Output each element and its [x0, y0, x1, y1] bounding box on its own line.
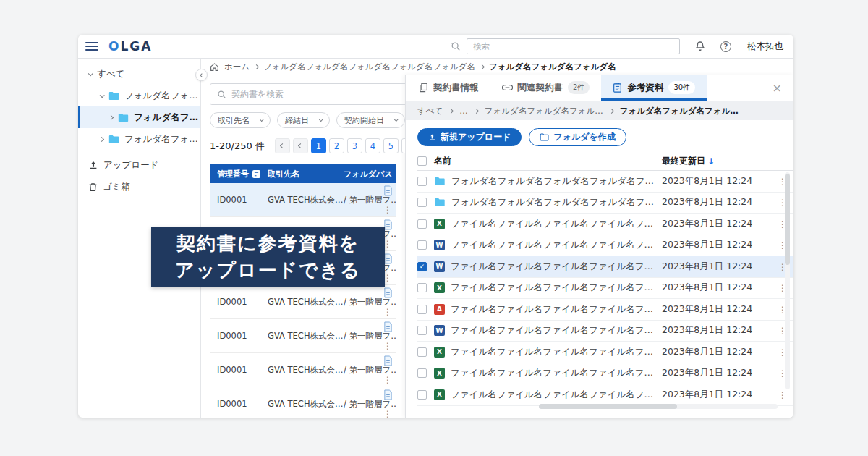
select-all-checkbox[interactable] — [417, 156, 427, 166]
row-checkbox[interactable] — [417, 347, 427, 357]
contract-search-box — [210, 83, 405, 105]
column-header-date[interactable]: 最終更新日↓ — [662, 155, 772, 167]
kebab-menu-icon[interactable]: ⋮ — [383, 206, 392, 214]
contract-row[interactable]: ID0001GVA TECH株式会社…/ 第一階層フ…⋮ — [210, 387, 396, 418]
item-name: ファイル名ファイル名ファイル名ファイル名ファイル名.xlsx — [451, 346, 662, 358]
global-search-input[interactable] — [467, 38, 680, 54]
item-name: フォルダ名フォルダ名フォルダ名フォルダ名フォルダ名フォル… — [451, 196, 662, 208]
excel-file-icon: X — [434, 389, 445, 400]
tab-reference-materials[interactable]: 参考資料 30件 — [601, 75, 707, 101]
filter-partner[interactable]: 取引先名 — [210, 112, 271, 128]
row-checkbox[interactable] — [417, 326, 427, 335]
sidebar-item-all[interactable]: すべて — [78, 63, 200, 85]
contract-search-input[interactable] — [231, 89, 405, 99]
row-checkbox[interactable] — [417, 283, 427, 292]
home-icon[interactable] — [210, 62, 219, 72]
file-row[interactable]: Aファイル名ファイル名ファイル名ファイル名ファイル名.pdf2023年8月1日 … — [417, 299, 793, 321]
new-upload-button[interactable]: 新規アップロード — [417, 128, 522, 146]
breadcrumb-parent[interactable]: フォルダ名フォルダ名フォルダ名フォルダ名フォルダ名 — [263, 62, 475, 72]
item-name: ファイル名ファイル名ファイル名ファイル名ファイル名.pdf — [451, 303, 662, 316]
breadcrumb-current: フォルダ名フォルダ名フォルダ名 — [489, 62, 616, 72]
row-checkbox[interactable] — [417, 305, 427, 314]
page-button-4[interactable]: 4 — [365, 138, 380, 153]
close-icon[interactable]: × — [773, 81, 782, 95]
page-button-1[interactable]: 1 — [311, 138, 326, 153]
tab-related-contracts[interactable]: 関連契約書 2件 — [490, 75, 602, 101]
page-button-5[interactable]: 5 — [383, 138, 399, 153]
hamburger-menu-icon[interactable] — [85, 42, 98, 51]
create-folder-button[interactable]: フォルダを作成 — [529, 128, 626, 146]
item-name: ファイル名ファイル名ファイル名ファイル名ファイル名.docx — [451, 324, 662, 337]
filter-conclusion-date[interactable]: 締結日 — [277, 112, 330, 128]
button-label: フォルダを作成 — [553, 131, 615, 143]
help-icon[interactable]: ? — [720, 41, 731, 52]
kebab-menu-icon[interactable]: ⋮ — [383, 410, 392, 418]
tab-label: 関連契約書 — [518, 82, 563, 94]
drawer-breadcrumb-root[interactable]: すべて — [417, 106, 443, 117]
sidebar-item-label: アップロード — [103, 159, 158, 172]
row-checkbox[interactable] — [417, 368, 427, 378]
pagination-prev-button[interactable] — [293, 138, 308, 153]
chevron-right-icon — [609, 108, 614, 113]
folder-icon — [434, 177, 446, 186]
notifications-bell-icon[interactable] — [694, 41, 706, 52]
pagination-count: 1-20/250 件 — [210, 140, 265, 153]
file-row[interactable]: Xファイル名ファイル名ファイル名ファイル名ファイル名.xlsx2023年8月1日… — [417, 363, 793, 385]
file-row[interactable]: Xファイル名ファイル名ファイル名ファイル名ファイル名.xlsx2023年8月1日… — [417, 384, 793, 406]
drawer-breadcrumb-parent[interactable]: フォルダ名フォルダ名フォル… — [485, 106, 603, 117]
user-name[interactable]: 松本拓也 — [747, 41, 783, 53]
kebab-menu-icon[interactable]: ⋮ — [383, 342, 392, 350]
sidebar-item-folder1[interactable]: フォルダ名フォルダ… — [78, 85, 200, 106]
search-icon — [217, 90, 226, 99]
sidebar-item-trash[interactable]: ゴミ箱 — [78, 176, 200, 198]
pagination-first-button[interactable] — [275, 138, 290, 153]
breadcrumb-home[interactable]: ホーム — [224, 62, 250, 72]
sidebar-item-folder2[interactable]: フォルダ名フォルダ… — [78, 128, 200, 150]
drawer-breadcrumb-ellipsis[interactable]: … — [459, 106, 468, 116]
sidebar-item-upload[interactable]: アップロード — [78, 154, 200, 176]
horizontal-scrollbar[interactable] — [539, 404, 778, 409]
kebab-menu-icon[interactable]: ⋮ — [383, 376, 392, 384]
row-checkbox[interactable] — [417, 219, 427, 229]
clipboard-icon — [613, 83, 622, 93]
row-checkbox[interactable]: ✓ — [417, 262, 427, 271]
page-button-6[interactable]: 6 — [401, 138, 405, 153]
tab-contract-info[interactable]: 契約書情報 — [407, 75, 490, 101]
contract-row[interactable]: ID0001GVA TECH株式会社…/ 第一階層フ…⋮ — [210, 183, 396, 217]
vertical-scrollbar[interactable] — [785, 172, 790, 389]
page-button-2[interactable]: 2 — [329, 138, 344, 153]
row-checkbox[interactable] — [417, 390, 427, 400]
page-button-3[interactable]: 3 — [347, 138, 362, 153]
word-file-icon: W — [434, 261, 445, 272]
file-row[interactable]: Xファイル名ファイル名ファイル名ファイル名ファイル名.xlsx2023年8月1日… — [417, 342, 793, 363]
sidebar-item-folder1-child[interactable]: フォルダ名フォ… — [78, 106, 200, 128]
row-checkbox[interactable] — [417, 240, 427, 250]
contract-row[interactable]: ID0001GVA TECH株式会社…/ 第一階層フ…⋮ — [210, 353, 396, 387]
row-checkbox[interactable] — [417, 198, 427, 207]
sidebar-collapse-button[interactable] — [195, 69, 208, 81]
item-updated-date: 2023年8月1日 12:24 — [662, 239, 772, 251]
folder-row[interactable]: フォルダ名フォルダ名フォルダ名フォルダ名フォルダ名フォル…2023年8月1日 1… — [417, 171, 793, 193]
row-checkbox[interactable] — [417, 177, 427, 186]
item-updated-date: 2023年8月1日 12:24 — [662, 303, 772, 316]
file-row[interactable]: ✓Wファイル名ファイル名ファイル名ファイル名ファイル名.docx2023年8月1… — [417, 256, 793, 278]
sort-icon[interactable] — [252, 170, 260, 178]
contract-file-icon — [383, 321, 393, 332]
contract-row[interactable]: ID0001GVA TECH株式会社…/ 第一階層フ…⋮ — [210, 285, 396, 319]
contract-partner: GVA TECH株式会社… — [268, 399, 344, 410]
contract-partner: GVA TECH株式会社… — [268, 365, 344, 376]
kebab-menu-icon[interactable]: ⋮ — [778, 390, 787, 400]
column-header-name[interactable]: 名前 — [434, 155, 662, 167]
kebab-menu-icon[interactable]: ⋮ — [383, 308, 392, 316]
annotation-banner-line1: 契約書に参考資料を — [176, 230, 359, 257]
file-row[interactable]: Xファイル名ファイル名ファイル名ファイル名ファイル名.xlsx2023年8月1日… — [417, 214, 793, 235]
filter-start-date[interactable]: 契約開始日 — [336, 112, 405, 128]
file-row[interactable]: Wファイル名ファイル名ファイル名ファイル名ファイル名.docx2023年8月1日… — [417, 235, 793, 257]
contract-row[interactable]: ID0001GVA TECH株式会社…/ 第一階層フ…⋮ — [210, 319, 396, 353]
app-logo-rest: LGA — [120, 39, 152, 54]
sidebar-item-label: フォルダ名フォルダ… — [124, 133, 200, 145]
annotation-banner-line2: アップロードできる — [175, 257, 361, 284]
folder-row[interactable]: フォルダ名フォルダ名フォルダ名フォルダ名フォルダ名フォル…2023年8月1日 1… — [417, 193, 793, 214]
file-row[interactable]: Wファイル名ファイル名ファイル名ファイル名ファイル名.docx2023年8月1日… — [417, 321, 793, 342]
file-row[interactable]: Xファイル名ファイル名ファイル名ファイル名ファイル名.xlsx2023年8月1日… — [417, 278, 793, 300]
